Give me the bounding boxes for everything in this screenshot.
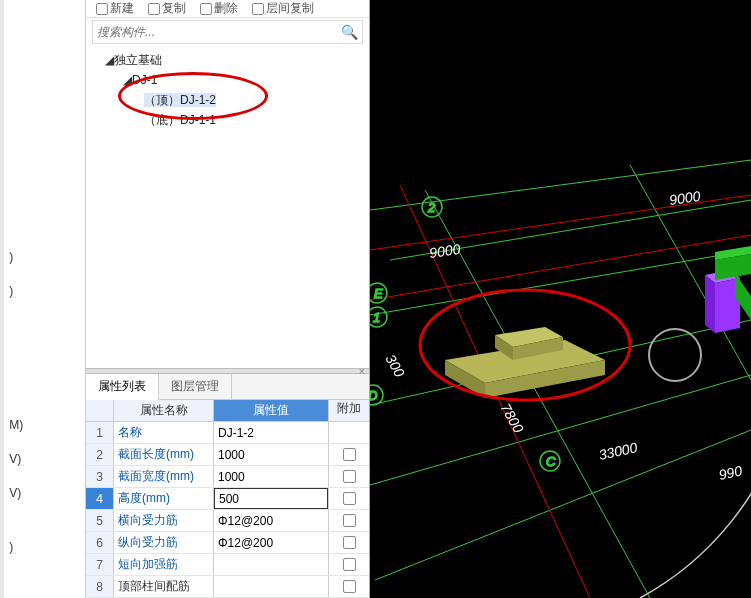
foundation-model[interactable] (445, 327, 605, 398)
stub-label: V) (9, 442, 23, 476)
tree-child-label: DJ-1 (132, 73, 157, 87)
property-row[interactable]: 7短向加强筋 (86, 554, 369, 576)
property-value[interactable]: Φ12@200 (214, 532, 329, 553)
column-model[interactable] (705, 270, 740, 333)
extra-checkbox[interactable] (343, 448, 356, 461)
extra-checkbox[interactable] (343, 470, 356, 483)
component-panel: 新建 复制 删除 层间复制 🔍 ◢独立基础 ◢DJ-1 （顶）DJ-1-2 （底… (86, 0, 370, 598)
dimension-text: 300 (382, 352, 408, 380)
property-name[interactable]: 截面宽度(mm) (114, 466, 214, 487)
property-value[interactable] (214, 554, 329, 575)
new-button[interactable]: 新建 (96, 0, 134, 17)
row-number: 7 (86, 554, 114, 575)
property-name[interactable]: 纵向受力筋 (114, 532, 214, 553)
tree-leaf[interactable]: （底）DJ-1-1 (94, 110, 361, 130)
property-name[interactable]: 名称 (114, 422, 214, 443)
tree-child[interactable]: ◢DJ-1 (94, 70, 361, 90)
property-extra (329, 554, 369, 575)
stub-label: M) (9, 408, 23, 442)
tree-leaf1-label: （顶）DJ-1-2 (144, 93, 216, 107)
property-name[interactable]: 短向加强筋 (114, 554, 214, 575)
property-row[interactable]: 2截面长度(mm)1000 (86, 444, 369, 466)
caret-down-icon[interactable]: ◢ (104, 50, 114, 70)
copy-label: 复制 (162, 0, 186, 17)
svg-line-4 (370, 375, 751, 485)
property-value[interactable] (214, 488, 329, 509)
property-extra (329, 532, 369, 553)
dimension-text: 33000 (597, 439, 639, 463)
property-row[interactable]: 8顶部柱间配筋 (86, 576, 369, 598)
dimension-text: 7800 (497, 401, 527, 436)
property-row[interactable]: 4高度(mm) (86, 488, 369, 510)
property-tabs: 属性列表 图层管理 (86, 374, 369, 400)
extra-checkbox[interactable] (343, 580, 356, 593)
property-row[interactable]: 5横向受力筋Φ12@200 (86, 510, 369, 532)
row-number: 5 (86, 510, 114, 531)
dimension-text: 9000 (428, 241, 461, 261)
property-row[interactable]: 6纵向受力筋Φ12@200 (86, 532, 369, 554)
property-value[interactable]: 1000 (214, 466, 329, 487)
property-name[interactable]: 顶部柱间配筋 (114, 576, 214, 597)
property-extra (329, 422, 369, 443)
tree-root-label: 独立基础 (114, 53, 162, 67)
extra-checkbox[interactable] (343, 492, 356, 505)
tree-root[interactable]: ◢独立基础 (94, 50, 361, 70)
dimension-text: 9000 (668, 188, 701, 208)
property-name[interactable]: 高度(mm) (114, 488, 214, 509)
axis-label: D (370, 388, 377, 403)
property-extra (329, 488, 369, 509)
stub-label: ) (9, 274, 23, 308)
property-name[interactable]: 截面长度(mm) (114, 444, 214, 465)
search-row: 🔍 (92, 20, 363, 44)
component-tree[interactable]: ◢独立基础 ◢DJ-1 （顶）DJ-1-2 （底）DJ-1-1 (86, 46, 369, 368)
property-extra (329, 444, 369, 465)
stub-label: ) (9, 240, 23, 274)
search-input[interactable] (97, 25, 341, 39)
row-number: 1 (86, 422, 114, 443)
property-header: 属性名称 属性值 附加 (86, 400, 369, 422)
caret-down-icon[interactable]: ◢ (122, 70, 132, 90)
svg-marker-23 (705, 275, 715, 333)
3d-viewport[interactable]: 2 E 1 D C 9000 9000 300 7800 33000 990 (370, 0, 751, 598)
extra-checkbox[interactable] (343, 514, 356, 527)
axis-label: E (374, 286, 383, 301)
property-row[interactable]: 3截面宽度(mm)1000 (86, 466, 369, 488)
property-extra (329, 510, 369, 531)
property-value[interactable]: 1000 (214, 444, 329, 465)
tab-layers[interactable]: 图层管理 (159, 374, 232, 399)
property-value[interactable]: DJ-1-2 (214, 422, 329, 443)
property-value[interactable]: Φ12@200 (214, 510, 329, 531)
extra-checkbox[interactable] (343, 558, 356, 571)
tab-properties[interactable]: 属性列表 (86, 374, 159, 400)
stub-label: ) (9, 530, 23, 564)
property-extra (329, 576, 369, 597)
property-row[interactable]: 1名称DJ-1-2 (86, 422, 369, 444)
axis-label: 1 (373, 310, 380, 325)
property-name[interactable]: 横向受力筋 (114, 510, 214, 531)
dimension-text: 990 (717, 462, 743, 483)
property-extra (329, 466, 369, 487)
svg-line-2 (370, 250, 751, 315)
header-name: 属性名称 (114, 400, 214, 421)
row-number: 8 (86, 576, 114, 597)
interlayer-label: 层间复制 (266, 0, 314, 17)
panel-splitter[interactable] (86, 368, 369, 374)
property-value[interactable] (214, 576, 329, 597)
left-panel-stub: ) ) M) V) V) ) (0, 0, 86, 598)
header-value: 属性值 (214, 400, 329, 421)
property-grid: 属性名称 属性值 附加 1名称DJ-1-22截面长度(mm)10003截面宽度(… (86, 400, 369, 598)
new-label: 新建 (110, 0, 134, 17)
extra-checkbox[interactable] (343, 536, 356, 549)
copy-button[interactable]: 复制 (148, 0, 186, 17)
row-number: 3 (86, 466, 114, 487)
search-icon[interactable]: 🔍 (341, 24, 358, 40)
tree-leaf[interactable]: （顶）DJ-1-2 (94, 90, 361, 110)
axis-label: 2 (427, 200, 436, 215)
component-toolbar: 新建 复制 删除 层间复制 (86, 0, 369, 18)
row-number: 2 (86, 444, 114, 465)
interlayer-copy-button[interactable]: 层间复制 (252, 0, 314, 17)
delete-button[interactable]: 删除 (200, 0, 238, 17)
property-value-input[interactable] (214, 488, 328, 509)
stub-label: V) (9, 476, 23, 510)
axis-label: C (546, 454, 556, 469)
